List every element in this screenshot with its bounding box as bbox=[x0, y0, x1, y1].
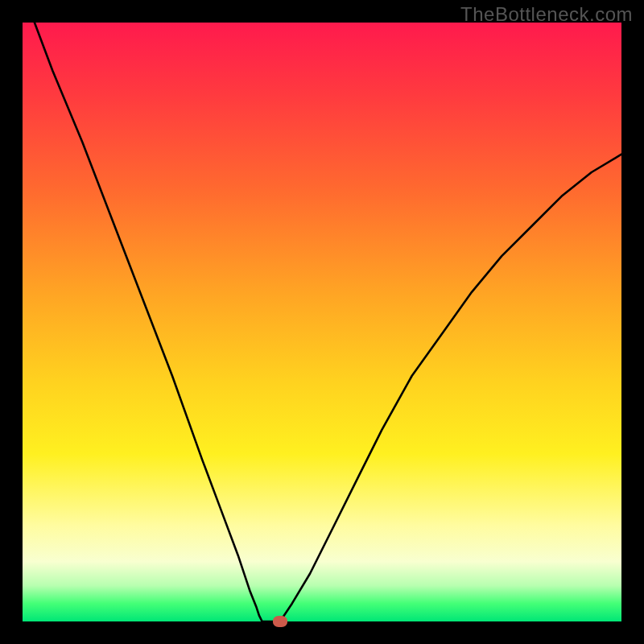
minimum-marker bbox=[273, 616, 287, 627]
chart-frame: TheBottleneck.com bbox=[0, 0, 644, 644]
plot-area bbox=[23, 23, 621, 621]
bottleneck-curve bbox=[23, 23, 621, 621]
watermark-text: TheBottleneck.com bbox=[460, 3, 633, 26]
